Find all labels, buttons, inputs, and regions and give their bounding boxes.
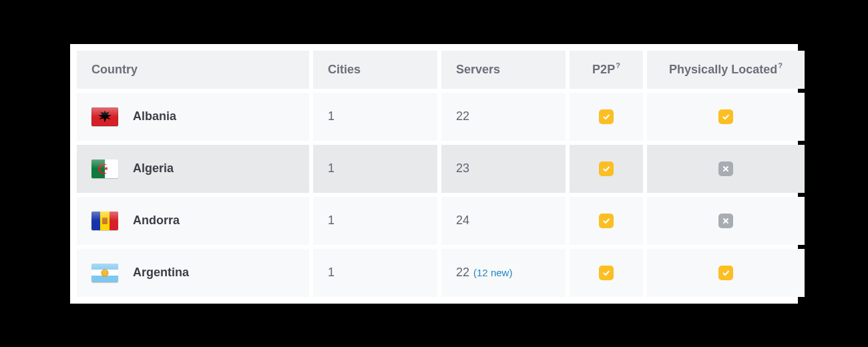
table-cell-servers: 22 (12 new)	[441, 249, 566, 297]
server-country-table: Country Cities Servers P2P? Physically L…	[70, 44, 798, 304]
table-cell-p2p	[570, 197, 643, 245]
check-icon	[599, 109, 614, 124]
table-row-country[interactable]: Algeria	[77, 145, 309, 193]
cross-icon	[718, 161, 733, 176]
cross-icon	[718, 214, 733, 228]
table-cell-servers: 22	[441, 93, 566, 141]
table-cell-p2p	[570, 93, 643, 141]
table-cell-p2p	[570, 249, 643, 297]
check-icon	[718, 109, 733, 124]
table-cell-cities: 1	[313, 197, 437, 245]
check-icon	[599, 161, 614, 176]
flag-icon	[91, 264, 118, 282]
country-name: Andorra	[133, 214, 180, 228]
table-cell-servers: 24	[441, 197, 566, 245]
table-cell-physically-located	[647, 93, 805, 141]
help-icon[interactable]: ?	[778, 61, 783, 69]
table-cell-cities: 1	[313, 93, 437, 141]
check-icon	[718, 266, 733, 280]
flag-icon	[91, 159, 118, 178]
new-servers-label: (12 new)	[473, 267, 512, 278]
country-name: Argentina	[133, 266, 189, 280]
check-icon	[599, 266, 614, 280]
table-row-country[interactable]: Albania	[77, 93, 309, 141]
column-header-cities[interactable]: Cities	[313, 51, 437, 89]
country-name: Albania	[133, 109, 176, 123]
column-header-p2p[interactable]: P2P?	[570, 51, 643, 89]
table-cell-cities: 1	[313, 249, 437, 297]
column-header-physically-located[interactable]: Physically Located?	[647, 51, 805, 89]
flag-icon	[91, 212, 118, 230]
table-cell-physically-located	[647, 249, 805, 297]
table-cell-servers: 23	[441, 145, 566, 193]
table-row-country[interactable]: Andorra	[77, 197, 309, 245]
column-header-country[interactable]: Country	[77, 51, 309, 89]
table-cell-physically-located	[647, 145, 805, 193]
table-cell-p2p	[570, 145, 643, 193]
help-icon[interactable]: ?	[616, 61, 620, 69]
country-name: Algeria	[133, 161, 174, 176]
table-row-country[interactable]: Argentina	[77, 249, 309, 297]
check-icon	[599, 214, 614, 228]
table-cell-cities: 1	[313, 145, 437, 193]
flag-icon	[91, 107, 118, 126]
column-header-servers[interactable]: Servers	[441, 51, 566, 89]
table-cell-physically-located	[647, 197, 805, 245]
